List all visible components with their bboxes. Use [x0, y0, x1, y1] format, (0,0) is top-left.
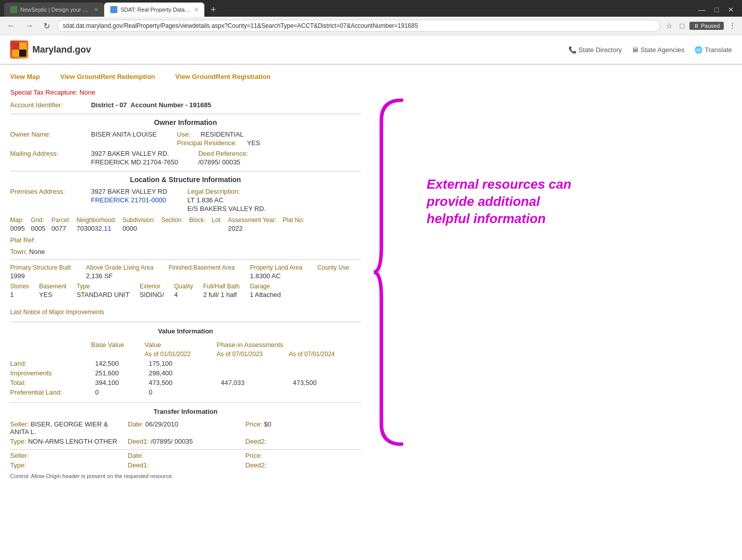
premises-address-line1: 3927 BAKER VALLEY RD — [91, 188, 167, 195]
nav-state-agencies[interactable]: 🏛 State Agencies — [632, 46, 685, 54]
extensions-button[interactable]: □ — [678, 21, 686, 31]
premises-address-label: Premises Address: — [10, 188, 91, 195]
owner-name-label: Owner Name: — [10, 131, 91, 138]
minimize-button[interactable]: — — [694, 5, 710, 15]
plat-ref-row: Plat Ref: — [10, 236, 361, 244]
browser-tab-newseptic[interactable]: NewSeptic | Design your maps × — [4, 3, 104, 17]
value-row-0: Land: 142,500 175,100 — [10, 359, 361, 368]
transfer-section-title: Transfer Information — [10, 408, 361, 415]
state-directory-label: State Directory — [579, 46, 622, 54]
url-bar[interactable] — [57, 20, 660, 32]
svg-rect-2 — [12, 50, 19, 57]
garage-value: 1 Attached — [250, 291, 281, 298]
browser-actions: ☆ □ ⏸ Paused ⋮ — [664, 21, 738, 31]
nav-state-directory[interactable]: 📞 State Directory — [569, 46, 622, 54]
location-section-title: Location & Structure Information — [10, 171, 361, 184]
finished-basement-item: Finished Basement Area — [168, 264, 235, 272]
menu-button[interactable]: ⋮ — [727, 21, 738, 31]
transfer-deed1-value: /07895/ 00035 — [151, 438, 193, 445]
base-value-header: Base Value — [91, 340, 145, 350]
svg-rect-1 — [19, 42, 26, 50]
view-map-link[interactable]: View Map — [10, 73, 40, 80]
sdat-tab-close[interactable]: × — [194, 6, 198, 14]
view-groundrent-registration-link[interactable]: View GroundRent Registration — [176, 73, 271, 80]
paused-badge: ⏸ Paused — [689, 22, 724, 30]
translate-label: Translate — [705, 46, 732, 54]
full-half-bath-value: 2 full/ 1 half — [203, 291, 240, 298]
site-header: Maryland.gov 📞 State Directory 🏛 State A… — [0, 35, 742, 64]
nav-translate[interactable]: 🌐 Translate — [694, 46, 732, 54]
transfer-type2-label: Type: — [10, 461, 26, 469]
struct-divider — [10, 260, 361, 260]
site-nav: 📞 State Directory 🏛 State Agencies 🌐 Tra… — [569, 46, 732, 54]
map-value: 0095 — [10, 225, 25, 232]
principal-residence-label: Principal Residence: — [177, 139, 237, 147]
deed-reference-label: Deed Reference: — [198, 150, 248, 157]
parcel-item: Parcel: 0077 — [52, 217, 70, 232]
stories-item: Stories 1 — [10, 283, 29, 298]
garage-item: Garage 1 Attached — [250, 283, 281, 298]
refresh-button[interactable]: ↻ — [40, 20, 53, 32]
last-notice-label: Last Notice of Major Improvements — [10, 309, 104, 316]
stories-label: Stories — [10, 283, 29, 290]
grid-value: 0005 — [31, 225, 46, 232]
transfer-divider — [10, 449, 361, 450]
finished-basement-label: Finished Basement Area — [168, 264, 235, 271]
use-value: RESIDENTIAL — [201, 131, 244, 138]
maximize-button[interactable]: □ — [711, 5, 723, 15]
back-button[interactable]: ← — [4, 20, 18, 31]
subdivision-value: 0000 — [122, 225, 155, 232]
transfer-section: Transfer Information Seller: BISER, GEOR… — [10, 402, 361, 469]
logo-icon — [10, 40, 28, 59]
basement-value: YES — [39, 291, 66, 298]
type-item: Type STANDARD UNIT — [76, 283, 129, 298]
property-land-item: Property Land Area 1.8300 AC — [250, 264, 302, 280]
value-row-1: Improvements 251,600 298,400 — [10, 368, 361, 378]
quality-label: Quality — [174, 283, 193, 290]
close-button[interactable]: ✕ — [724, 5, 738, 15]
transfer-date2-label: Date: — [128, 452, 144, 459]
transfer-type1-label: Type: — [10, 438, 26, 445]
town-label: Town: — [10, 248, 27, 255]
forward-button[interactable]: → — [22, 20, 36, 31]
exterior-item: Exterior SIDING/ — [140, 283, 164, 298]
bottom-note: Control: Allow-Origin header is present … — [10, 473, 361, 479]
assessment-year-label: Assessment Year: — [228, 217, 277, 224]
bookmark-button[interactable]: ☆ — [664, 21, 675, 31]
mailing-address-label: Mailing Address: — [10, 150, 91, 157]
special-tax: Special Tax Recapture: None — [10, 89, 361, 96]
view-groundrent-redemption-link[interactable]: View GroundRent Redemption — [60, 73, 155, 80]
add-tab-button[interactable]: + — [206, 5, 220, 15]
account-label: Account Identifier: — [10, 101, 91, 109]
logo-text: Maryland.gov — [32, 45, 91, 55]
transfer-seller2-label: Seller: — [10, 452, 29, 459]
svg-rect-3 — [19, 50, 26, 57]
browser-toolbar: ← → ↻ ☆ □ ⏸ Paused ⋮ — [0, 17, 742, 35]
parcel-grid: Map: 0095 Grid: 0005 Parcel: 0077 Neighb… — [10, 217, 361, 232]
transfer-row2: Type: NON-ARMS LENGTH OTHER Deed1: /0789… — [10, 438, 361, 445]
browser-tab-sdat[interactable]: SDAT: Real Property Data Searc × — [104, 3, 204, 17]
full-half-bath-item: Full/Half Bath 2 full/ 1 half — [203, 283, 240, 298]
globe-icon: 🌐 — [694, 46, 703, 54]
plat-no-label: Plat No: — [283, 217, 304, 224]
page-content: View Map View GroundRent Redemption View… — [0, 65, 371, 487]
account-identifier-row: Account Identifier: District - 07 Accoun… — [10, 101, 361, 109]
annotation-panel: External resources can provide additiona… — [371, 65, 743, 487]
newseptic-tab-close[interactable]: × — [94, 6, 98, 14]
neighborhood-value: 7030032.11 — [76, 225, 116, 232]
premises-address-line2: FREDERICK 21701-0000 — [91, 196, 167, 204]
curly-brace-icon — [371, 95, 432, 449]
neighborhood-link[interactable]: 11 — [104, 225, 111, 232]
map-label: Map: — [10, 217, 25, 224]
quality-value: 4 — [174, 291, 193, 298]
transfer-deed4-label: Deed2: — [245, 461, 267, 469]
subdivision-label: Subdivision: — [122, 217, 155, 224]
transfer-deed3-label: Deed1: — [128, 461, 149, 469]
newseptic-tab-label: NewSeptic | Design your maps — [20, 7, 91, 13]
sdat-tab-label: SDAT: Real Property Data Searc — [120, 7, 191, 13]
as-of-phase2: As of 07/01/2024 — [289, 350, 361, 359]
site-logo[interactable]: Maryland.gov — [10, 40, 91, 59]
main-wrapper: View Map View GroundRent Redemption View… — [0, 65, 742, 487]
primary-built-value: 1999 — [10, 272, 71, 280]
county-use-item: County Use — [318, 264, 350, 272]
